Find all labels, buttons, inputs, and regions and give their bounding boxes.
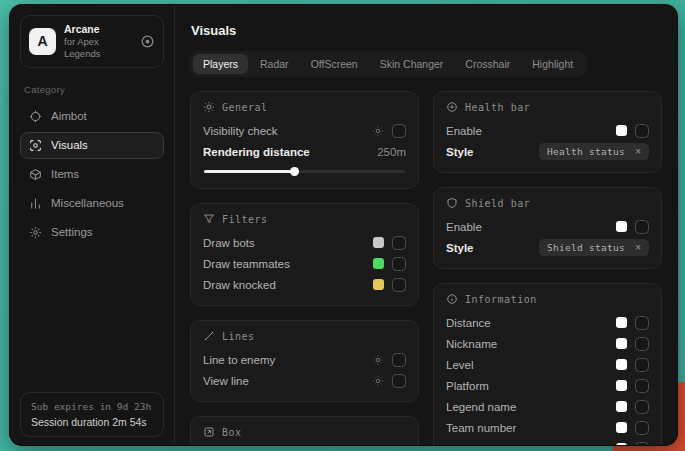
gear-icon[interactable] — [372, 375, 384, 387]
setting-row-draw-bots: Draw bots — [203, 232, 406, 253]
color-swatch[interactable] — [616, 422, 627, 433]
panel-general: General Visibility check Rendering dista… — [190, 91, 419, 189]
color-swatch[interactable] — [616, 380, 627, 391]
style-selected-value: Health status — [547, 146, 625, 157]
sub-expires-text: Sub expires in 9d 23h — [31, 401, 153, 412]
right-column: Health bar Enable Style Health status — [433, 91, 662, 445]
setting-row-visibility-check: Visibility check — [203, 120, 406, 141]
session-duration-text: Session duration 2m 54s — [31, 416, 153, 428]
checkbox[interactable] — [392, 257, 406, 271]
checkbox[interactable] — [635, 220, 649, 234]
panel-shield-bar: Shield bar Enable Style Shield status — [433, 187, 662, 269]
setting-row-nickname: Nickname — [446, 333, 649, 354]
checkbox[interactable] — [635, 337, 649, 351]
sun-icon — [203, 101, 215, 113]
color-swatch[interactable] — [373, 279, 384, 290]
tab-skin-changer[interactable]: Skin Changer — [370, 54, 454, 74]
style-select[interactable]: Shield status × — [539, 239, 649, 256]
health-icon — [446, 101, 458, 113]
rendering-distance-slider[interactable] — [204, 167, 405, 176]
checkbox[interactable] — [392, 353, 406, 367]
checkbox[interactable] — [635, 421, 649, 435]
panel-title: Health bar — [465, 102, 530, 113]
setting-label: Style — [446, 242, 474, 254]
panel-title: Filters — [222, 214, 268, 225]
setting-row-health-style: Style Health status × — [446, 141, 649, 162]
left-column: General Visibility check Rendering dista… — [190, 91, 419, 445]
setting-row-rendering-distance: Rendering distance 250m — [203, 141, 406, 162]
tab-radar[interactable]: Radar — [250, 54, 299, 74]
panel-title: Lines — [222, 331, 255, 342]
checkbox[interactable] — [635, 379, 649, 393]
sidebar-item-aimbot[interactable]: Aimbot — [20, 103, 164, 130]
slider-value: 250m — [377, 146, 406, 158]
sidebar-item-label: Items — [51, 168, 79, 180]
gear-icon — [29, 226, 42, 239]
color-swatch[interactable] — [373, 237, 384, 248]
tab-crosshair[interactable]: Crosshair — [455, 54, 520, 74]
color-swatch[interactable] — [616, 401, 627, 412]
style-select[interactable]: Health status × — [539, 143, 649, 160]
app-header-card: A Arcane for Apex Legends — [20, 15, 164, 68]
setting-row-distance: Distance — [446, 312, 649, 333]
panel-health-bar: Health bar Enable Style Health status — [433, 91, 662, 173]
crosshair-icon — [29, 110, 42, 123]
setting-row-view-line: View line — [203, 370, 406, 391]
gear-icon[interactable] — [372, 354, 384, 366]
setting-label: Weapon in hands — [446, 443, 535, 446]
slider-handle[interactable] — [290, 167, 299, 176]
checkbox[interactable] — [392, 236, 406, 250]
color-swatch[interactable] — [616, 221, 627, 232]
sidebar-item-label: Miscellaneous — [51, 197, 124, 209]
panel-title: General — [222, 102, 268, 113]
sidebar-item-miscellaneous[interactable]: Miscellaneous — [20, 190, 164, 217]
eye-icon — [29, 139, 42, 152]
color-swatch[interactable] — [616, 443, 627, 445]
sidebar-item-items[interactable]: Items — [20, 161, 164, 188]
tab-highlight[interactable]: Highlight — [522, 54, 583, 74]
checkbox[interactable] — [635, 442, 649, 446]
checkbox[interactable] — [635, 400, 649, 414]
setting-row-legend-name: Legend name — [446, 396, 649, 417]
remove-icon[interactable]: × — [635, 146, 641, 157]
color-swatch[interactable] — [616, 125, 627, 136]
disc-icon[interactable] — [140, 34, 155, 49]
page-title: Visuals — [191, 23, 662, 38]
info-icon — [446, 293, 458, 305]
app-window: A Arcane for Apex Legends Category Aimbo… — [10, 5, 677, 445]
checkbox[interactable] — [635, 124, 649, 138]
sidebar-item-settings[interactable]: Settings — [20, 219, 164, 246]
gear-icon[interactable] — [372, 125, 384, 137]
color-swatch[interactable] — [616, 317, 627, 328]
sidebar-item-label: Aimbot — [51, 110, 87, 122]
color-swatch[interactable] — [616, 359, 627, 370]
color-swatch[interactable] — [373, 258, 384, 269]
checkbox[interactable] — [392, 278, 406, 292]
setting-label: Legend name — [446, 401, 516, 413]
tab-offscreen[interactable]: OffScreen — [301, 54, 368, 74]
setting-label: Distance — [446, 317, 491, 329]
setting-label: Platform — [446, 380, 489, 392]
subscription-info-card: Sub expires in 9d 23h Session duration 2… — [20, 392, 164, 437]
setting-label: Level — [446, 359, 474, 371]
tab-players[interactable]: Players — [193, 54, 248, 74]
checkbox[interactable] — [635, 316, 649, 330]
panel-lines: Lines Line to enemy View line — [190, 320, 419, 402]
checkbox[interactable] — [392, 374, 406, 388]
checkbox[interactable] — [392, 124, 406, 138]
category-label: Category — [24, 84, 164, 95]
setting-label: View line — [203, 375, 249, 387]
setting-row-draw-knocked: Draw knocked — [203, 274, 406, 295]
panel-title: Shield bar — [465, 198, 530, 209]
checkbox[interactable] — [635, 358, 649, 372]
remove-icon[interactable]: × — [635, 242, 641, 253]
setting-row-shield-style: Style Shield status × — [446, 237, 649, 258]
setting-label: Nickname — [446, 338, 497, 350]
sidebar-item-visuals[interactable]: Visuals — [20, 132, 164, 159]
box-icon — [29, 168, 42, 181]
panel-box: Box Enable Enable background — [190, 416, 419, 445]
app-logo: A — [29, 28, 56, 55]
bars-icon — [29, 197, 42, 210]
color-swatch[interactable] — [616, 338, 627, 349]
sidebar-item-label: Settings — [51, 226, 93, 238]
